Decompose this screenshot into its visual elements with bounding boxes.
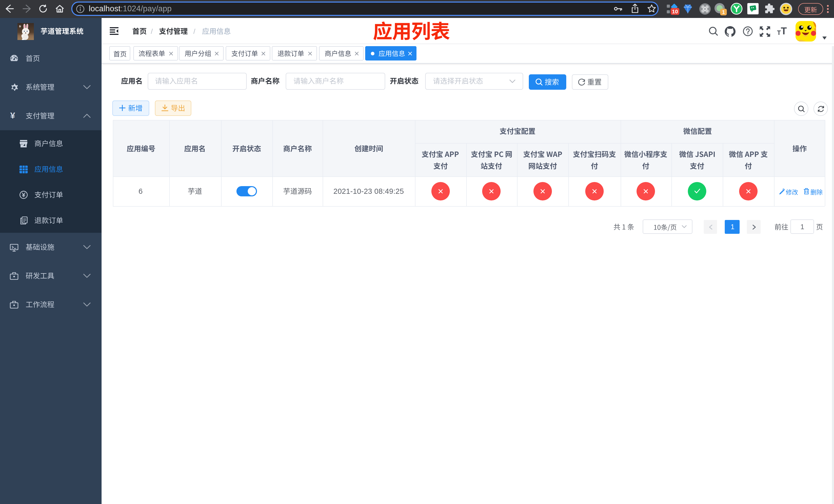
- svg-text:1: 1: [722, 9, 725, 15]
- svg-text:10: 10: [672, 8, 678, 14]
